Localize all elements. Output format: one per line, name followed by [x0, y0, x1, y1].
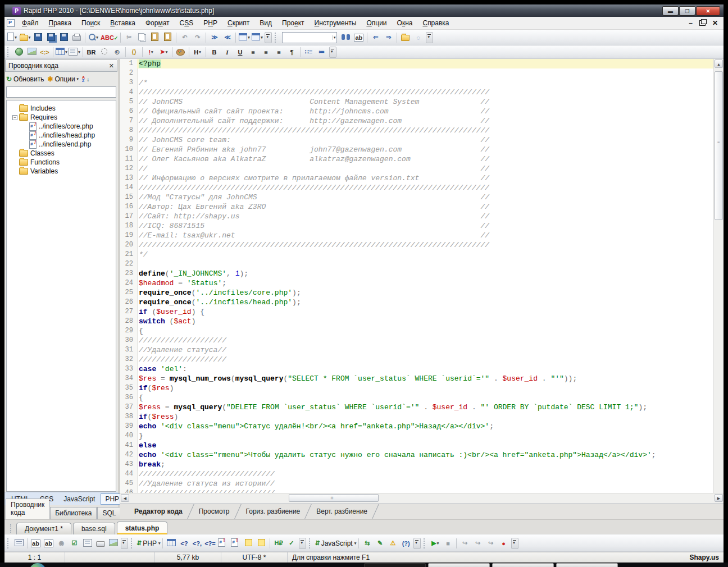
code-line-21[interactable]: 21*/: [120, 250, 714, 259]
toolbar-paragraph-marks-button[interactable]: ¶: [286, 47, 298, 58]
code-line-25[interactable]: 25require_once('../incfiles/core.php');: [120, 288, 714, 298]
tree-item-..-incfiles-head.php[interactable]: ../incfiles/head.php: [7, 131, 116, 140]
taskbar-button[interactable]: [492, 563, 554, 567]
toolbar-open-folder-button[interactable]: ▾: [19, 32, 31, 43]
code-line-6[interactable]: 6// Официальный сайт сайт проекта: http:…: [120, 107, 714, 116]
view-tab-Гориз-разбиение[interactable]: Гориз. разбиение: [238, 504, 308, 519]
tree-item-Classes[interactable]: Classes: [7, 149, 116, 158]
code-line-8[interactable]: 8///////////////////////////////////////…: [120, 126, 714, 135]
toolbar-undo-button[interactable]: ↶: [179, 32, 190, 43]
taskbar-button[interactable]: [556, 563, 618, 567]
code-line-15[interactable]: 15//Мод "Статусы" для JohnCMS //: [120, 193, 714, 202]
code-line-2[interactable]: 2: [120, 68, 714, 78]
menu-Инструменты[interactable]: Инструменты: [310, 18, 362, 28]
menu-CSS[interactable]: CSS: [175, 18, 199, 28]
toolbar-new-document-button[interactable]: ▾: [6, 32, 18, 43]
code-line-45[interactable]: 45//Удаление статуса из истории//: [120, 479, 714, 488]
options-button[interactable]: ✱Опции▾: [47, 75, 79, 83]
toolbar-step-into-button[interactable]: ↪: [472, 538, 484, 549]
menu-Окна[interactable]: Окна: [392, 18, 418, 28]
code-line-37[interactable]: 37$ress = mysql_query("DELETE FROM `user…: [120, 403, 714, 412]
document-tab-status.php[interactable]: status.php: [117, 522, 168, 534]
menu-Правка[interactable]: Правка: [44, 18, 77, 28]
menu-Формат[interactable]: Формат: [140, 18, 175, 28]
toolbar-br-button[interactable]: BR: [85, 47, 97, 58]
toolbar-save-all-button[interactable]: [45, 32, 57, 43]
code-line-26[interactable]: 26require_once('../incfiles/head.php');: [120, 298, 714, 307]
toolbar-quick-insert-button[interactable]: ➤▾: [158, 47, 170, 58]
toolbar-image-button[interactable]: [26, 47, 38, 58]
document-tab-Документ1-[interactable]: Документ1 *: [16, 523, 71, 534]
horizontal-scroll-thumb[interactable]: [289, 494, 379, 502]
tree-item-Includes[interactable]: Includes: [7, 104, 116, 113]
view-tab-Редактор-кода[interactable]: Редактор кода: [126, 504, 190, 519]
code-line-44[interactable]: 44///////////////////////////////: [120, 469, 714, 479]
toolbar-indent-button[interactable]: ≫: [208, 32, 220, 43]
windows-taskbar[interactable]: [0, 563, 728, 567]
toolbar-unordered-list-button[interactable]: ∷≡: [303, 47, 315, 58]
code-line-30[interactable]: 30////////////////////: [120, 336, 714, 345]
toolbar-save-copy-button[interactable]: [58, 32, 70, 43]
toolbar-image-button-button[interactable]: [107, 538, 119, 549]
toolbar-bold-button[interactable]: B: [208, 47, 220, 58]
view-tab-Просмотр[interactable]: Просмотр: [191, 504, 238, 519]
horizontal-scrollbar[interactable]: ◀ ▶: [120, 493, 724, 503]
toolbar-heading-button[interactable]: H▾: [192, 47, 203, 58]
toolbar-refresh-button[interactable]: ⇆: [361, 538, 373, 549]
toolbar-redo-button[interactable]: ↷: [192, 32, 203, 43]
toolbar-table-button[interactable]: ▾: [56, 47, 67, 58]
toolbar-paste-html-button[interactable]: [162, 32, 174, 43]
toolbar-find-next-button[interactable]: ⇒: [383, 32, 394, 43]
code-line-17[interactable]: 17//Сайт: http://shapy.us //: [120, 212, 714, 221]
toolbar-overflow-button[interactable]: [121, 538, 128, 549]
code-line-12[interactable]: 12// //: [120, 164, 714, 173]
toolbar-drag-handle[interactable]: [275, 33, 277, 43]
menu-Поиск[interactable]: Поиск: [76, 18, 105, 28]
toolbar-overflow-button[interactable]: [426, 32, 433, 43]
close-button[interactable]: ✕: [696, 6, 720, 16]
toolbar-find-button[interactable]: [340, 32, 352, 43]
toolbar-form-button[interactable]: [81, 538, 93, 549]
tree-item-..-incfiles-end.php[interactable]: ../incfiles/end.php: [7, 140, 116, 149]
toolbar-italic-button[interactable]: I: [221, 47, 233, 58]
code-line-41[interactable]: 41else: [120, 441, 714, 450]
toolbar-overflow-button[interactable]: [329, 47, 336, 58]
toolbar-labeled-input-button[interactable]: ab: [43, 538, 54, 549]
tree-item-Requires[interactable]: −Requires: [7, 113, 116, 122]
toolbar-overflow-button[interactable]: [511, 538, 518, 549]
toolbar-underline-button[interactable]: U: [234, 47, 246, 58]
toolbar-script-check-button[interactable]: ✓: [285, 538, 297, 549]
code-editor[interactable]: 1<?php23/*4/////////////////////////////…: [120, 59, 724, 493]
toolbar-edit-pencil-button[interactable]: ✎: [374, 538, 386, 549]
toolbar-form-button[interactable]: ▾: [69, 47, 80, 58]
code-line-13[interactable]: 13// Информацию о версиях смотрите в при…: [120, 173, 714, 183]
code-line-43[interactable]: 43break;: [120, 460, 714, 469]
code-line-40[interactable]: 40}: [120, 431, 714, 441]
toolbar-drag-handle[interactable]: [424, 538, 426, 548]
toolbar-copyright-button[interactable]: ©: [111, 47, 123, 58]
toolbar-layout-button[interactable]: ▾: [251, 32, 263, 43]
toolbar-print-button[interactable]: [71, 32, 83, 43]
toolbar-radio-button-button[interactable]: ◉: [56, 538, 67, 549]
menu-PHP[interactable]: PHP: [198, 18, 222, 28]
mdi-minimize-button[interactable]: –: [689, 20, 693, 26]
language-tab-JavaScript[interactable]: JavaScript: [59, 493, 99, 505]
code-line-4[interactable]: 4///////////////////////////////////////…: [120, 88, 714, 97]
code-line-34[interactable]: 34$res = mysql_num_rows(mysql_query("SEL…: [120, 374, 714, 383]
taskbar-button[interactable]: [428, 563, 490, 567]
tabbar-drag-handle[interactable]: [10, 524, 13, 533]
toolbar-php-tag-button[interactable]: <?: [178, 538, 190, 549]
code-line-20[interactable]: 20//////////////////////////////////////…: [120, 240, 714, 250]
vertical-scroll-thumb[interactable]: [715, 71, 723, 220]
toolbar-note-comment-button[interactable]: [256, 538, 267, 549]
code-line-42[interactable]: 42echo '<div class="rmenu">Чтобы удалить…: [120, 450, 714, 460]
toolbar-paste-button[interactable]: [149, 32, 161, 43]
toolbar-php-menu-button[interactable]: ⇵PHP▾: [136, 538, 160, 549]
toolbar-align-center-button[interactable]: ≡: [260, 47, 272, 58]
code-line-28[interactable]: 28switch ($act): [120, 317, 714, 326]
toolbar-php-block-button[interactable]: [217, 538, 229, 549]
code-line-36[interactable]: 36{: [120, 393, 714, 403]
menu-Проект[interactable]: Проект: [277, 18, 310, 28]
tree-collapse-icon[interactable]: −: [12, 115, 17, 120]
toolbar-align-right-button[interactable]: ≡: [273, 47, 285, 58]
